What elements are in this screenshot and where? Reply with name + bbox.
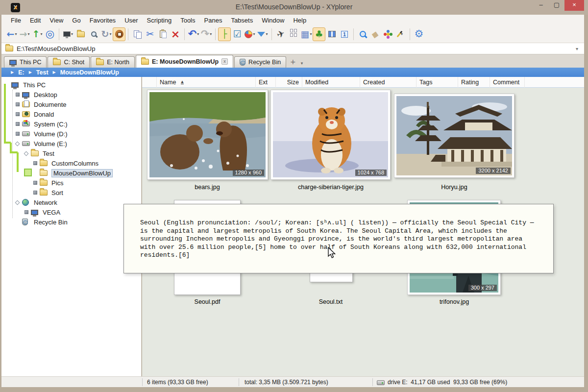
expand-icon[interactable] [24, 210, 28, 214]
tree-item-vega[interactable]: VEGA [1, 207, 141, 217]
undo-button[interactable]: ↶▾ [187, 27, 200, 41]
column-ext[interactable]: Ext [256, 77, 276, 88]
crumb-arrow-icon[interactable]: ▶ [53, 70, 56, 74]
tree-item-sort[interactable]: Sort [1, 188, 141, 197]
expand-icon[interactable] [16, 112, 20, 116]
file-label-seoul-txt[interactable]: Seoul.txt [270, 298, 392, 305]
menu-user[interactable]: User [120, 16, 142, 25]
pie-stats-button[interactable]: ▾ [244, 27, 256, 41]
menu-file[interactable]: File [6, 16, 25, 25]
file-label-horyu[interactable]: Horyu.jpg [393, 184, 515, 191]
expand-icon[interactable] [33, 181, 37, 185]
fly-button[interactable]: ✈ [274, 27, 287, 41]
tree-item-desktop[interactable]: Desktop [1, 90, 141, 99]
forward-button[interactable]: →▾ [18, 27, 31, 41]
column-size[interactable]: Size [276, 77, 302, 88]
cut-button[interactable]: ✂ [144, 27, 156, 41]
menu-panes[interactable]: Panes [200, 16, 227, 25]
tree-item-network[interactable]: Network [1, 197, 141, 207]
collapse-icon[interactable] [24, 151, 29, 156]
address-path[interactable]: E:\Test\MouseDownBlowUp [17, 45, 576, 52]
hotlist-button[interactable]: ◎ [44, 27, 56, 41]
menu-favorites[interactable]: Favorites [85, 16, 120, 25]
new-folder-button[interactable] [74, 27, 87, 41]
title-bar[interactable]: Xx E:\Test\MouseDownBlowUp - XYplorer – … [0, 0, 588, 15]
dropdown-caret-icon[interactable]: ▾ [310, 32, 312, 36]
back-button[interactable]: ←▾ [5, 27, 18, 41]
close-button[interactable]: × [564, 0, 584, 11]
column-rating[interactable]: Rating [458, 77, 490, 88]
tree-item-test[interactable]: Test [1, 148, 141, 158]
up-button[interactable]: ↑▾ [31, 27, 44, 41]
single-pane-button[interactable]: 1 [338, 27, 351, 41]
delete-button[interactable]: × [169, 27, 182, 41]
address-dropdown-icon[interactable]: ▾ [576, 46, 578, 51]
tree-item-volume-e[interactable]: Volume (E:) [1, 139, 141, 148]
tree-item-pics[interactable]: Pics [1, 178, 141, 188]
color-filter-button[interactable] [382, 27, 394, 41]
filter-button[interactable]: ▾ [256, 27, 269, 41]
dropdown-caret-icon[interactable]: ▾ [266, 32, 268, 36]
refresh-button[interactable]: ↻▾ [100, 27, 113, 41]
new-tab-button[interactable]: + [290, 58, 296, 66]
column-created[interactable]: Created [360, 77, 416, 88]
tree-item-dokumente[interactable]: Dokumente [1, 99, 141, 109]
sort-ascending-icon[interactable]: ▲ [181, 80, 183, 84]
expand-icon[interactable] [16, 122, 20, 126]
expand-icon[interactable] [33, 161, 37, 165]
menu-edit[interactable]: Edit [25, 16, 45, 25]
checkbox-mode-button[interactable]: ☑ [231, 27, 244, 41]
column-comment[interactable]: Comment [490, 77, 525, 88]
menu-tools[interactable]: Tools [176, 16, 199, 25]
breadcrumb-test[interactable]: Test [36, 69, 49, 76]
breadcrumb-mousedownblowup[interactable]: MouseDownBlowUp [60, 69, 119, 76]
file-thumbnail-tiger[interactable]: 1024 x 768 [270, 90, 391, 180]
settings-button[interactable]: ⚙ [413, 27, 425, 41]
tiles-view-button[interactable] [287, 27, 300, 41]
expand-icon[interactable] [16, 93, 20, 97]
dropdown-caret-icon[interactable]: ▾ [71, 32, 73, 36]
file-label-bears[interactable]: bears.jpg [146, 184, 269, 191]
tab-e-north[interactable]: E: North [91, 56, 135, 68]
collapse-icon[interactable] [15, 200, 20, 205]
file-thumbnail-bears[interactable]: 1280 x 960 [147, 90, 268, 180]
column-name[interactable]: Name▲ [157, 77, 256, 88]
sweep-button[interactable]: ▾ [394, 27, 407, 41]
tree-path-button[interactable]: ├ [218, 27, 231, 41]
dropdown-caret-icon[interactable]: ▾ [197, 32, 199, 36]
search-button[interactable] [356, 27, 369, 41]
tab-close-icon[interactable]: x [221, 58, 228, 65]
dropdown-caret-icon[interactable]: ▾ [40, 32, 42, 36]
crumb-arrow-icon[interactable]: ▶ [11, 70, 14, 74]
dropdown-caret-icon[interactable]: ▾ [253, 32, 255, 36]
dual-pane-button[interactable] [325, 27, 338, 41]
tree-item-donald[interactable]: Donald [1, 109, 141, 119]
file-thumbnail-horyu[interactable]: 3200 x 2142 [394, 94, 514, 178]
menu-window[interactable]: Window [257, 16, 289, 25]
show-tree-button[interactable]: ♣ [313, 27, 325, 41]
menu-tabsets[interactable]: Tabsets [226, 16, 257, 25]
tab-e-mousedownblowup[interactable]: E: MouseDownBlowUpx [136, 55, 233, 68]
dropdown-caret-icon[interactable]: ▾ [15, 32, 17, 36]
file-label-tiger[interactable]: charge-siberian-tiger.jpg [270, 184, 392, 191]
tree-item-mousedownblowup[interactable]: MouseDownBlowUp [1, 168, 141, 178]
collapse-icon[interactable] [15, 141, 20, 146]
tab-this-pc[interactable]: This PC [4, 56, 47, 68]
address-bar[interactable]: E:\Test\MouseDownBlowUp ▾ [1, 43, 584, 54]
details-view-button[interactable]: ▦▾ [300, 27, 313, 41]
copy-button[interactable] [131, 27, 144, 41]
tree-item-this-pc[interactable]: This PC [1, 80, 141, 90]
dropdown-caret-icon[interactable]: ▾ [109, 32, 111, 36]
crumb-arrow-icon[interactable]: ▶ [29, 70, 32, 74]
zoom-button[interactable] [87, 27, 100, 41]
tree-item-volume-d[interactable]: Volume (D:) [1, 129, 141, 139]
tag-button[interactable]: ◆ [369, 27, 382, 41]
menu-view[interactable]: View [45, 16, 68, 25]
column-tags[interactable]: Tags [416, 77, 458, 88]
tab-recycle-bin[interactable]: Recycle Bin [234, 56, 286, 68]
menu-scripting[interactable]: Scripting [143, 16, 176, 25]
tab-c-shot[interactable]: C: Shot [48, 56, 90, 68]
tree-item-system-c[interactable]: System (C:) [1, 119, 141, 129]
expand-icon[interactable] [16, 102, 20, 106]
tree-item-recycle-bin[interactable]: Recycle Bin [1, 217, 141, 227]
